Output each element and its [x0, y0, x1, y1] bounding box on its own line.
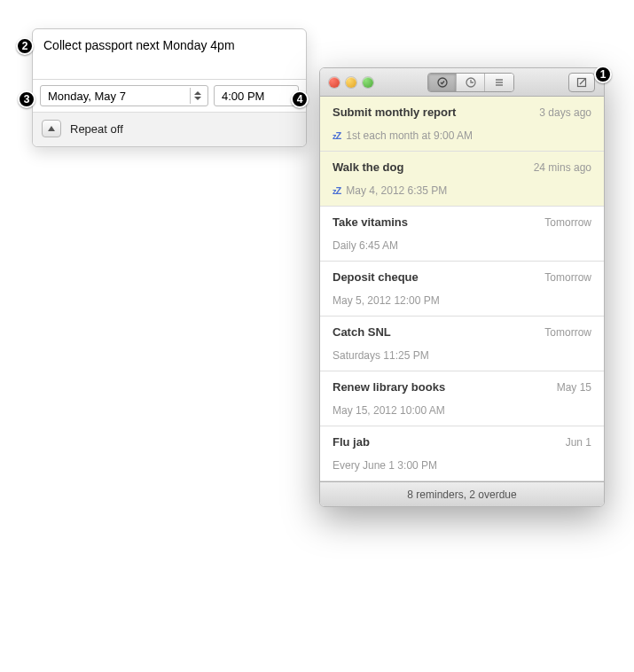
reminder-item[interactable]: Flu jabJun 1Every June 1 3:00 PM: [320, 426, 604, 481]
reminder-item-header: Take vitaminsTomorrow: [333, 215, 591, 229]
repeat-label: Repeat off: [70, 122, 123, 136]
reminder-schedule: 1st each month at 9:00 AM: [346, 129, 473, 142]
reminder-item[interactable]: Walk the dog24 mins agozZMay 4, 2012 6:3…: [320, 152, 604, 207]
reminder-schedule: Daily 6:45 AM: [333, 239, 398, 252]
repeat-disclosure-button[interactable]: [42, 120, 61, 137]
reminder-item-header: Submit monthly report3 days ago: [333, 105, 591, 119]
reminder-due: May 15: [557, 381, 591, 394]
view-list-tab[interactable]: [485, 74, 513, 91]
reminder-subtitle: zZMay 4, 2012 6:35 PM: [333, 184, 591, 197]
view-segmented-control: [427, 73, 514, 92]
reminder-due: 24 mins ago: [534, 161, 591, 174]
clock-check-icon: [437, 77, 448, 88]
reminder-title-input[interactable]: Collect passport next Monday 4pm: [33, 29, 306, 80]
time-picker[interactable]: 4:00 PM: [214, 85, 299, 106]
reminder-title: Catch SNL: [333, 325, 391, 339]
annotation-badge-4: 4: [291, 90, 309, 108]
date-value: Monday, May 7: [48, 90, 126, 103]
date-time-row: Monday, May 7 4:00 PM: [33, 80, 306, 112]
reminder-item[interactable]: Catch SNLTomorrowSaturdays 11:25 PM: [320, 316, 604, 371]
view-history-tab[interactable]: [457, 74, 485, 91]
reminder-due: Tomorrow: [544, 271, 591, 284]
snooze-icon: zZ: [333, 129, 340, 142]
reminder-schedule: Saturdays 11:25 PM: [333, 349, 429, 362]
new-reminder-popover: Collect passport next Monday 4pm Monday,…: [32, 28, 307, 147]
reminders-list: Submit monthly report3 days agozZ1st eac…: [320, 97, 604, 481]
reminder-due: Tomorrow: [544, 216, 591, 229]
reminder-due: Tomorrow: [544, 326, 591, 339]
reminder-item-header: Deposit chequeTomorrow: [333, 270, 591, 284]
annotation-badge-1: 1: [594, 66, 612, 83]
repeat-row: Repeat off: [33, 112, 306, 146]
reminder-item-header: Flu jabJun 1: [333, 435, 591, 449]
minimize-window-button[interactable]: [346, 77, 356, 88]
titlebar: [320, 68, 604, 97]
reminder-subtitle: May 5, 2012 12:00 PM: [333, 294, 591, 307]
reminder-schedule: May 15, 2012 10:00 AM: [333, 404, 445, 417]
reminder-subtitle: Every June 1 3:00 PM: [333, 459, 591, 472]
reminder-schedule: May 4, 2012 6:35 PM: [346, 184, 447, 197]
reminder-title: Renew library books: [333, 380, 445, 394]
dropdown-chevron-icon: [190, 88, 204, 104]
reminder-subtitle: Daily 6:45 AM: [333, 239, 591, 252]
window-controls: [329, 77, 373, 88]
chevron-up-icon: [48, 126, 55, 131]
time-value: 4:00 PM: [222, 90, 264, 103]
reminder-title: Flu jab: [333, 435, 370, 449]
reminder-item-header: Renew library booksMay 15: [333, 380, 591, 394]
history-icon: [466, 77, 476, 88]
compose-button[interactable]: [568, 73, 595, 92]
reminder-subtitle: zZ1st each month at 9:00 AM: [333, 129, 591, 142]
reminder-title: Deposit cheque: [333, 270, 419, 284]
annotation-badge-3: 3: [18, 90, 35, 108]
reminder-subtitle: May 15, 2012 10:00 AM: [333, 404, 591, 417]
date-picker[interactable]: Monday, May 7: [40, 85, 208, 106]
reminder-item[interactable]: Renew library booksMay 15May 15, 2012 10…: [320, 371, 604, 426]
status-text: 8 reminders, 2 overdue: [407, 488, 516, 501]
reminder-item-header: Walk the dog24 mins ago: [333, 160, 591, 174]
reminder-title: Submit monthly report: [333, 105, 456, 119]
reminders-window: Submit monthly report3 days agozZ1st eac…: [319, 67, 605, 507]
reminder-due: 3 days ago: [539, 106, 591, 119]
snooze-icon: zZ: [333, 184, 340, 197]
status-bar: 8 reminders, 2 overdue: [320, 481, 604, 506]
reminder-item[interactable]: Take vitaminsTomorrowDaily 6:45 AM: [320, 207, 604, 262]
reminder-title: Take vitamins: [333, 215, 408, 229]
reminder-due: Jun 1: [566, 436, 591, 449]
reminder-item[interactable]: Submit monthly report3 days agozZ1st eac…: [320, 97, 604, 152]
zoom-window-button[interactable]: [363, 77, 373, 88]
reminder-subtitle: Saturdays 11:25 PM: [333, 349, 591, 362]
close-window-button[interactable]: [329, 77, 340, 88]
reminder-item[interactable]: Deposit chequeTomorrowMay 5, 2012 12:00 …: [320, 262, 604, 316]
list-icon: [494, 77, 505, 88]
reminder-schedule: Every June 1 3:00 PM: [333, 459, 437, 472]
annotation-badge-2: 2: [16, 37, 34, 55]
reminder-title: Walk the dog: [333, 160, 403, 174]
compose-icon: [576, 77, 587, 88]
reminder-item-header: Catch SNLTomorrow: [333, 325, 591, 339]
view-due-tab[interactable]: [428, 74, 457, 91]
reminder-schedule: May 5, 2012 12:00 PM: [333, 294, 440, 307]
